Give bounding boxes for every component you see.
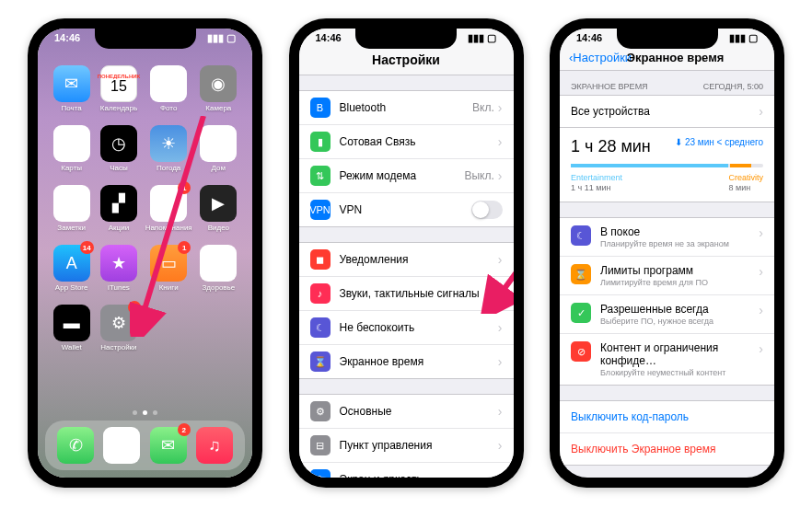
row-icon: ⌛ [310,351,331,372]
row-icon: ◼ [310,249,331,270]
app-Книги[interactable]: ▭1Книги [145,245,192,292]
app-Часы[interactable]: ◷Часы [98,125,139,172]
status-right: ▮▮▮ ▢ [207,32,236,44]
settings-row-Экранное время[interactable]: ⌛Экранное время› [299,345,514,378]
updated-time: Сегодня, 5:00 [703,82,763,91]
dock: ✆◎✉2♫ [45,421,245,470]
row-icon: ▮ [310,132,331,152]
app-Акции[interactable]: ▞Акции [98,185,139,232]
notch [617,29,718,49]
row-icon: ♪ [310,283,331,304]
dock-app[interactable]: ◎ [103,427,140,464]
page-title: Экранное время [586,51,765,64]
dock-app[interactable]: ♫ [196,427,233,464]
feature-icon: ☾ [571,225,591,246]
status-time: 14:46 [316,32,342,44]
category-breakdown: Entertainment1 ч 11 минCreativity8 мин [571,173,763,192]
phone-screentime: 14:46 ▮▮▮ ▢ ‹ Настройки Экранное время Э… [550,18,784,488]
notch [95,29,196,49]
settings-row-VPN[interactable]: VPNVPN [299,193,514,226]
status-right: ▮▮▮ ▢ [729,32,758,44]
section-header: ЭКРАННОЕ ВРЕМЯ Сегодня, 5:00 [560,71,774,95]
feature-Лимиты программ[interactable]: ⌛Лимиты программЛимитируйте время для ПО… [560,257,774,295]
app-Фото[interactable]: ✿Фото [145,65,192,112]
settings-row-Bluetooth[interactable]: BBluetoothВкл.› [299,91,514,125]
app-iTunes[interactable]: ★iTunes [98,245,139,292]
app-App Store[interactable]: A14App Store [51,245,92,292]
feature-icon: ⌛ [571,264,591,284]
settings-row-Уведомления[interactable]: ◼Уведомления› [299,243,514,277]
app-Wallet[interactable]: ▬Wallet [51,305,92,351]
app-Календарь[interactable]: ПОНЕДЕЛЬНИК15Календарь [98,65,139,112]
phone-homescreen: 14:46 ▮▮▮ ▢ ✉ПочтаПОНЕДЕЛЬНИК15Календарь… [28,18,262,488]
app-Карты[interactable]: ➤Карты [51,125,92,172]
app-Настройки[interactable]: ⚙1Настройки [98,305,139,351]
settings-row-Режим модема[interactable]: ⇅Режим модемаВыкл.› [299,159,514,193]
status-right: ▮▮▮ ▢ [468,32,496,44]
feature-icon: ✓ [571,303,591,323]
all-devices-row[interactable]: Все устройства› [560,95,774,128]
feature-Разрешенные всегда[interactable]: ✓Разрешенные всегдаВыберите ПО, нужное в… [560,295,774,334]
settings-row-Сотовая Связь[interactable]: ▮Сотовая Связь› [299,125,514,159]
row-icon: ⇅ [310,166,331,186]
app-Заметки[interactable]: ≡Заметки [51,185,92,232]
app-Напоминания[interactable]: ≣1Напоминания [145,185,192,232]
app-Здоровье[interactable]: ♥Здоровье [198,245,239,292]
app-Видео[interactable]: ▶Видео [198,185,239,232]
app-Почта[interactable]: ✉Почта [51,65,92,112]
settings-row-Основные[interactable]: ⚙Основные› [299,395,514,429]
feature-В покое[interactable]: ☾В покоеПланируйте время не за экраном› [560,218,774,257]
row-icon: VPN [310,200,331,220]
delta-text: ⬇ 23 мин < среднего [675,137,763,147]
link-button[interactable]: Выключить Экранное время [560,433,774,465]
usage-summary[interactable]: 1 ч 28 мин ⬇ 23 мин < среднего Entertain… [560,128,774,202]
status-time: 14:46 [576,32,602,44]
toggle[interactable] [471,201,503,219]
settings-row-Экран и яркость[interactable]: AЭкран и яркость› [299,463,514,478]
notch [355,29,457,49]
link-button[interactable]: Выключить код-пароль [560,401,774,433]
row-icon: ⊟ [310,435,331,455]
row-icon: ☾ [310,317,331,338]
app-Камера[interactable]: ◉Камера [198,65,239,112]
usage-bar [571,164,763,167]
dock-app[interactable]: ✆ [57,427,94,464]
settings-row-Пункт управления[interactable]: ⊟Пункт управления› [299,429,514,463]
row-icon: ⚙ [310,401,331,421]
dock-app[interactable]: ✉2 [150,427,187,464]
total-time: 1 ч 28 мин [571,137,651,156]
row-icon: B [310,98,331,118]
app-Погода[interactable]: ☀Погода [145,125,192,172]
row-icon: A [310,469,331,478]
settings-row-Не беспокоить[interactable]: ☾Не беспокоить› [299,311,514,345]
page-dots [38,410,252,415]
feature-Контент и ограничения конфиде…[interactable]: ⊘Контент и ограничения конфиде…Блокируйт… [560,334,774,385]
settings-row-Звуки, тактильные сигналы[interactable]: ♪Звуки, тактильные сигналы› [299,277,514,311]
app-Дом[interactable]: ⌂Дом [198,125,239,172]
phone-settings: 14:46 ▮▮▮ ▢ Настройки BBluetoothВкл.›▮Со… [289,18,524,488]
feature-icon: ⊘ [571,341,591,362]
status-time: 14:46 [54,32,80,44]
